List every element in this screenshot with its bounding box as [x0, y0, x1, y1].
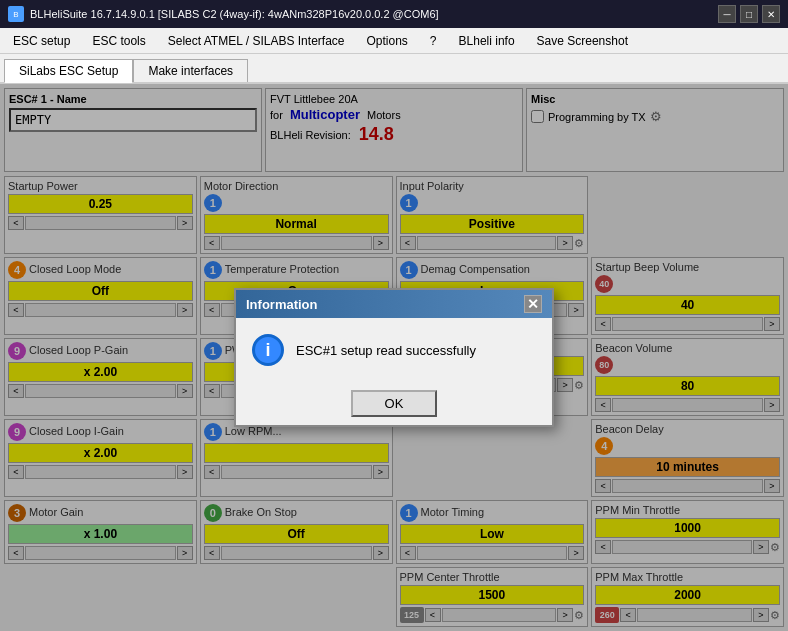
modal-title-bar: Information ✕ [236, 290, 552, 318]
maximize-button[interactable]: □ [740, 5, 758, 23]
close-button[interactable]: ✕ [762, 5, 780, 23]
tab-bar: SiLabs ESC Setup Make interfaces [0, 54, 788, 84]
app-icon: B [8, 6, 24, 22]
minimize-button[interactable]: ─ [718, 5, 736, 23]
tab-make-interfaces[interactable]: Make interfaces [133, 59, 248, 82]
menu-help[interactable]: ? [421, 31, 446, 51]
menu-blheli-info[interactable]: BLheli info [450, 31, 524, 51]
information-modal: Information ✕ i ESC#1 setup read success… [234, 288, 554, 427]
modal-body: i ESC#1 setup read successfully [236, 318, 552, 382]
modal-overlay: Information ✕ i ESC#1 setup read success… [0, 84, 788, 631]
modal-message: ESC#1 setup read successfully [296, 343, 476, 358]
window-controls: ─ □ ✕ [718, 5, 780, 23]
modal-info-icon: i [252, 334, 284, 366]
menu-esc-tools[interactable]: ESC tools [83, 31, 154, 51]
title-bar: B BLHeliSuite 16.7.14.9.0.1 [SILABS C2 (… [0, 0, 788, 28]
menu-bar: ESC setup ESC tools Select ATMEL / SILAB… [0, 28, 788, 54]
modal-close-button[interactable]: ✕ [524, 295, 542, 313]
menu-save-screenshot[interactable]: Save Screenshot [528, 31, 637, 51]
modal-footer: OK [236, 382, 552, 425]
modal-ok-button[interactable]: OK [351, 390, 438, 417]
menu-select-interface[interactable]: Select ATMEL / SILABS Interface [159, 31, 354, 51]
content-area: ESC# 1 - Name FVT Littlebee 20A for Mult… [0, 84, 788, 631]
title-text: BLHeliSuite 16.7.14.9.0.1 [SILABS C2 (4w… [30, 8, 718, 20]
tab-silabs-esc-setup[interactable]: SiLabs ESC Setup [4, 59, 133, 83]
menu-esc-setup[interactable]: ESC setup [4, 31, 79, 51]
menu-options[interactable]: Options [357, 31, 416, 51]
modal-title: Information [246, 297, 318, 312]
